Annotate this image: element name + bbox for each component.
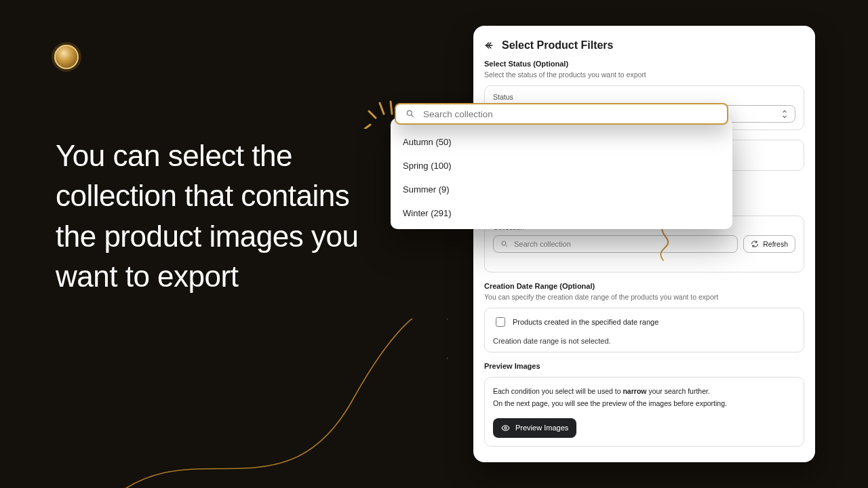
date-range-section: Creation Date Range (Optional) You can s… [484, 282, 804, 352]
preview-section: Preview Images Each condition you select… [484, 362, 804, 447]
download-icon [61, 52, 72, 62]
dropdown-search-placeholder: Search collection [423, 109, 493, 119]
panel-title-row: Select Product Filters [484, 39, 804, 52]
search-icon [406, 109, 415, 119]
date-range-hint: Creation date range is not selected. [493, 337, 795, 345]
eye-icon [501, 424, 510, 432]
svg-line-3 [391, 102, 392, 114]
hero-text: You can select the collection that conta… [56, 136, 361, 297]
preview-card: Each condition you select will be used t… [484, 377, 804, 447]
svg-point-5 [505, 427, 507, 429]
preview-line2: On the next page, you will see the previ… [493, 398, 795, 410]
decorative-wave [108, 319, 448, 488]
collection-search-placeholder: Search collection [514, 240, 571, 248]
dropdown-search-input[interactable]: Search collection [395, 103, 728, 125]
dropdown-item[interactable]: Autumn (50) [395, 130, 728, 154]
preview-line1-prefix: Each condition you select will be used t… [493, 387, 623, 395]
panel-title: Select Product Filters [502, 39, 614, 52]
refresh-icon [751, 240, 759, 248]
date-range-subtext: You can specify the creation date range … [484, 293, 804, 301]
date-range-checkbox[interactable] [496, 317, 505, 327]
svg-point-6 [407, 110, 412, 115]
dropdown-item[interactable]: Summer (9) [395, 178, 728, 201]
app-logo [54, 45, 79, 69]
status-label: Status [493, 93, 795, 101]
collection-dropdown: Search collection Autumn (50) Spring (10… [391, 118, 732, 229]
dropdown-item[interactable]: Spring (100) [395, 154, 728, 178]
refresh-button[interactable]: Refresh [743, 235, 795, 253]
search-icon [500, 240, 509, 248]
svg-line-1 [369, 111, 376, 118]
filters-panel: Select Product Filters Select Status (Op… [473, 26, 815, 462]
preview-line1-strong: narrow [623, 387, 646, 395]
date-range-checkbox-row[interactable]: Products created in the specified date r… [493, 315, 795, 329]
date-range-card: Products created in the specified date r… [484, 308, 804, 352]
back-arrow-icon[interactable] [484, 40, 495, 51]
collection-search-input[interactable]: Search collection [493, 235, 738, 253]
svg-line-2 [380, 103, 384, 114]
svg-line-0 [365, 125, 370, 129]
select-chevrons-icon [781, 108, 788, 120]
dropdown-item[interactable]: Winter (291) [395, 201, 728, 225]
svg-point-4 [502, 241, 506, 245]
status-heading: Select Status (Optional) [484, 60, 804, 68]
preview-heading: Preview Images [484, 362, 804, 370]
date-range-heading: Creation Date Range (Optional) [484, 282, 804, 290]
preview-images-button[interactable]: Preview Images [493, 418, 576, 438]
preview-line1-suffix: your search further. [646, 387, 709, 395]
date-range-checkbox-label: Products created in the specified date r… [513, 318, 658, 326]
status-subtext: Select the status of the products you wa… [484, 70, 804, 79]
